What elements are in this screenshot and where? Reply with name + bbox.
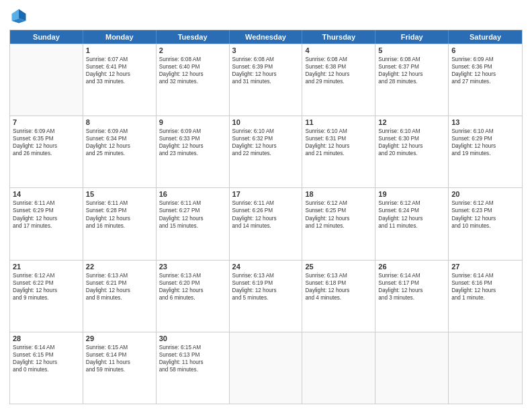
cell-info-line: and 25 minutes. xyxy=(86,150,153,157)
calendar-cell xyxy=(449,332,522,404)
cell-info-line: and 9 minutes. xyxy=(13,294,80,302)
day-number: 8 xyxy=(86,118,153,126)
cell-info-line: Daylight: 12 hours xyxy=(86,287,153,294)
cell-info-line: Sunset: 6:39 PM xyxy=(232,63,300,71)
cell-info-line: Sunrise: 6:15 AM xyxy=(159,344,226,351)
cell-info-line: Sunset: 6:35 PM xyxy=(13,135,80,142)
cell-info-line: and 32 minutes. xyxy=(159,78,226,85)
day-number: 7 xyxy=(13,118,80,126)
cell-info-line: Sunset: 6:37 PM xyxy=(378,63,445,71)
cell-info-line: Sunset: 6:13 PM xyxy=(159,351,226,359)
calendar: SundayMondayTuesdayWednesdayThursdayFrid… xyxy=(9,30,523,404)
cell-info-line: Sunrise: 6:11 AM xyxy=(86,199,153,207)
cell-info-line: Daylight: 12 hours xyxy=(86,215,153,222)
cell-info-line: and 33 minutes. xyxy=(86,78,153,85)
day-number: 11 xyxy=(305,118,372,126)
calendar-cell: 15Sunrise: 6:11 AMSunset: 6:28 PMDayligh… xyxy=(83,188,157,259)
cell-info-line: and 3 minutes. xyxy=(378,294,445,302)
day-number: 9 xyxy=(159,118,226,126)
cell-info-line: Sunrise: 6:13 AM xyxy=(159,272,226,279)
header-day-wednesday: Wednesday xyxy=(230,30,303,44)
cell-info-line: and 1 minute. xyxy=(451,294,519,302)
page: SundayMondayTuesdayWednesdayThursdayFrid… xyxy=(0,0,532,411)
cell-info-line: Daylight: 12 hours xyxy=(378,71,445,78)
logo xyxy=(9,7,31,26)
cell-info-line: Sunset: 6:41 PM xyxy=(86,63,153,71)
cell-info-line: Sunset: 6:33 PM xyxy=(159,135,226,142)
cell-info-line: and 4 minutes. xyxy=(305,294,372,302)
cell-info-line: and 0 minutes. xyxy=(13,366,80,373)
cell-info-line: Sunset: 6:22 PM xyxy=(13,279,80,287)
cell-info-line: Daylight: 12 hours xyxy=(13,142,80,150)
calendar-week-3: 14Sunrise: 6:11 AMSunset: 6:29 PMDayligh… xyxy=(10,187,522,259)
header-day-sunday: Sunday xyxy=(10,30,83,44)
cell-info-line: Sunset: 6:31 PM xyxy=(305,135,372,142)
cell-info-line: Sunset: 6:25 PM xyxy=(305,207,372,214)
cell-info-line: and 28 minutes. xyxy=(378,78,445,85)
header-day-thursday: Thursday xyxy=(302,30,375,44)
logo-icon xyxy=(9,7,28,26)
calendar-cell: 3Sunrise: 6:08 AMSunset: 6:39 PMDaylight… xyxy=(230,44,303,116)
calendar-cell: 19Sunrise: 6:12 AMSunset: 6:24 PMDayligh… xyxy=(375,188,449,259)
day-number: 13 xyxy=(451,118,519,126)
calendar-cell: 20Sunrise: 6:12 AMSunset: 6:23 PMDayligh… xyxy=(449,188,522,259)
calendar-cell: 30Sunrise: 6:15 AMSunset: 6:13 PMDayligh… xyxy=(157,332,230,404)
cell-info-line: Sunset: 6:36 PM xyxy=(451,63,519,71)
cell-info-line: Sunset: 6:18 PM xyxy=(305,279,372,287)
cell-info-line: and 27 minutes. xyxy=(451,78,519,85)
cell-info-line: Daylight: 12 hours xyxy=(86,142,153,150)
day-number: 15 xyxy=(86,190,153,198)
day-number: 18 xyxy=(305,190,372,198)
day-number: 20 xyxy=(451,190,519,198)
cell-info-line: Sunset: 6:29 PM xyxy=(451,135,519,142)
cell-info-line: Sunset: 6:19 PM xyxy=(232,279,300,287)
day-number: 30 xyxy=(159,334,226,342)
calendar-cell: 1Sunrise: 6:07 AMSunset: 6:41 PMDaylight… xyxy=(83,44,157,116)
calendar-header: SundayMondayTuesdayWednesdayThursdayFrid… xyxy=(10,30,522,44)
cell-info-line: and 17 minutes. xyxy=(13,222,80,230)
day-number: 29 xyxy=(86,334,153,342)
calendar-cell xyxy=(230,332,303,404)
calendar-cell: 10Sunrise: 6:10 AMSunset: 6:32 PMDayligh… xyxy=(230,116,303,187)
cell-info-line: Daylight: 11 hours xyxy=(86,359,153,366)
cell-info-line: Sunrise: 6:12 AM xyxy=(305,199,372,207)
cell-info-line: Daylight: 12 hours xyxy=(378,287,445,294)
day-number: 17 xyxy=(232,190,300,198)
cell-info-line: and 29 minutes. xyxy=(305,78,372,85)
cell-info-line: Daylight: 11 hours xyxy=(159,359,226,366)
calendar-cell: 28Sunrise: 6:14 AMSunset: 6:15 PMDayligh… xyxy=(10,332,83,404)
cell-info-line: Sunset: 6:14 PM xyxy=(86,351,153,359)
day-number: 6 xyxy=(451,46,519,54)
cell-info-line: and 12 minutes. xyxy=(305,222,372,230)
cell-info-line: Sunset: 6:21 PM xyxy=(86,279,153,287)
calendar-body: 1Sunrise: 6:07 AMSunset: 6:41 PMDaylight… xyxy=(10,44,522,404)
cell-info-line: Sunrise: 6:13 AM xyxy=(232,272,300,279)
day-number: 26 xyxy=(378,263,445,271)
header-day-monday: Monday xyxy=(83,30,157,44)
calendar-week-2: 7Sunrise: 6:09 AMSunset: 6:35 PMDaylight… xyxy=(10,116,522,187)
day-number: 1 xyxy=(86,46,153,54)
cell-info-line: Sunrise: 6:09 AM xyxy=(451,56,519,63)
cell-info-line: Sunset: 6:20 PM xyxy=(159,279,226,287)
cell-info-line: Sunrise: 6:11 AM xyxy=(159,199,226,207)
cell-info-line: Sunset: 6:38 PM xyxy=(305,63,372,71)
calendar-cell xyxy=(302,332,375,404)
cell-info-line: Sunset: 6:24 PM xyxy=(378,207,445,214)
cell-info-line: Sunrise: 6:14 AM xyxy=(451,272,519,279)
cell-info-line: Sunrise: 6:09 AM xyxy=(86,128,153,135)
cell-info-line: Sunrise: 6:13 AM xyxy=(305,272,372,279)
calendar-cell: 27Sunrise: 6:14 AMSunset: 6:16 PMDayligh… xyxy=(449,261,522,332)
cell-info-line: Daylight: 12 hours xyxy=(159,71,226,78)
cell-info-line: and 59 minutes. xyxy=(86,366,153,373)
cell-info-line: and 15 minutes. xyxy=(159,222,226,230)
cell-info-line: Daylight: 12 hours xyxy=(232,215,300,222)
cell-info-line: Daylight: 12 hours xyxy=(232,287,300,294)
cell-info-line: and 19 minutes. xyxy=(451,150,519,157)
calendar-cell: 8Sunrise: 6:09 AMSunset: 6:34 PMDaylight… xyxy=(83,116,157,187)
cell-info-line: and 23 minutes. xyxy=(159,150,226,157)
calendar-cell: 21Sunrise: 6:12 AMSunset: 6:22 PMDayligh… xyxy=(10,261,83,332)
cell-info-line: Sunset: 6:30 PM xyxy=(378,135,445,142)
cell-info-line: and 16 minutes. xyxy=(86,222,153,230)
cell-info-line: Sunset: 6:23 PM xyxy=(451,207,519,214)
day-number: 14 xyxy=(13,190,80,198)
